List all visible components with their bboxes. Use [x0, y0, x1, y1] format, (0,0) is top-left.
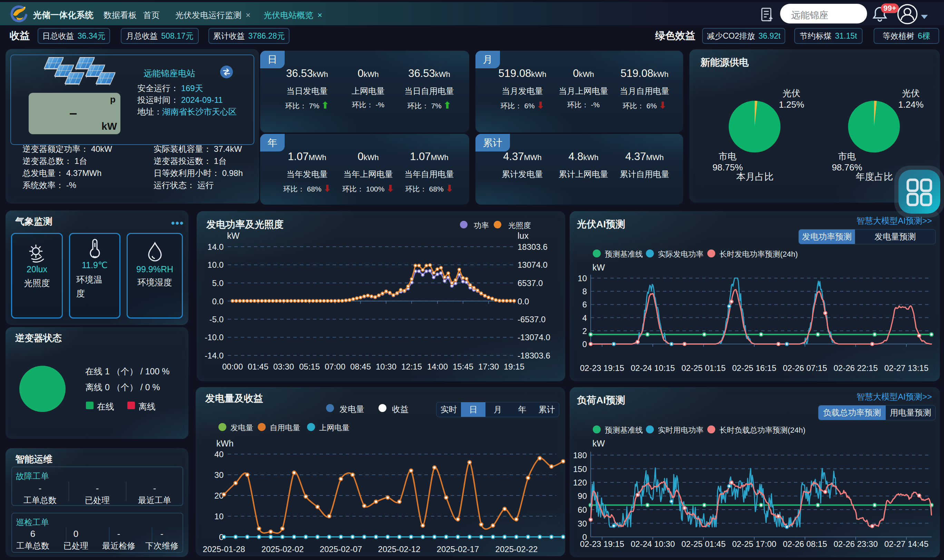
svg-text:4: 4 — [583, 313, 587, 323]
svg-text:150: 150 — [573, 465, 587, 474]
svg-text:10: 10 — [214, 512, 224, 521]
svg-text:180: 180 — [573, 451, 587, 460]
svg-text:17:30: 17:30 — [478, 362, 499, 371]
svg-text:-13074.0: -13074.0 — [518, 332, 550, 342]
svg-text:90: 90 — [578, 491, 587, 501]
svg-text:02-24 10:30: 02-24 10:30 — [631, 539, 675, 549]
svg-text:18303.6: 18303.6 — [518, 242, 547, 252]
svg-text:-5.0: -5.0 — [209, 315, 224, 324]
svg-text:-14.0: -14.0 — [204, 351, 224, 360]
svg-text:02-23 19:15: 02-23 19:15 — [580, 363, 624, 373]
svg-text:12:15: 12:15 — [401, 362, 422, 371]
svg-text:02-25 01:15: 02-25 01:15 — [681, 363, 726, 373]
svg-text:2025-02-07: 2025-02-07 — [320, 545, 362, 554]
svg-text:30: 30 — [578, 519, 587, 528]
svg-text:02-26 07:15: 02-26 07:15 — [783, 363, 827, 373]
svg-text:kW: kW — [592, 438, 605, 448]
svg-text:05:15: 05:15 — [299, 362, 320, 371]
svg-text:02-25 17:00: 02-25 17:00 — [732, 539, 776, 549]
svg-text:2025-02-12: 2025-02-12 — [378, 545, 421, 554]
svg-text:07:00: 07:00 — [325, 362, 345, 371]
svg-text:kWh: kWh — [216, 438, 234, 448]
svg-text:2: 2 — [583, 326, 587, 336]
svg-text:30: 30 — [214, 470, 224, 480]
svg-text:08:45: 08:45 — [350, 362, 371, 371]
svg-text:2025-02-02: 2025-02-02 — [261, 545, 304, 554]
svg-text:10:30: 10:30 — [376, 362, 397, 371]
svg-text:0.0: 0.0 — [212, 297, 224, 306]
svg-text:03:30: 03:30 — [273, 362, 294, 371]
svg-text:14:00: 14:00 — [427, 362, 448, 371]
svg-text:6: 6 — [583, 300, 587, 309]
svg-text:10: 10 — [578, 274, 587, 283]
svg-text:02-24 10:15: 02-24 10:15 — [631, 363, 675, 373]
svg-text:02-25 16:15: 02-25 16:15 — [732, 363, 776, 373]
svg-text:02-27 13:15: 02-27 13:15 — [884, 363, 929, 373]
svg-text:kW: kW — [227, 231, 240, 240]
svg-text:kW: kW — [592, 263, 605, 272]
svg-text:8: 8 — [583, 287, 587, 296]
svg-text:02-26 23:30: 02-26 23:30 — [833, 539, 878, 549]
svg-text:5.0: 5.0 — [212, 278, 224, 288]
svg-text:19:15: 19:15 — [504, 362, 524, 371]
svg-text:02-25 01:45: 02-25 01:45 — [681, 539, 726, 549]
svg-text:02-23 19:15: 02-23 19:15 — [580, 539, 624, 549]
svg-text:120: 120 — [573, 478, 587, 487]
svg-text:15:45: 15:45 — [453, 362, 474, 371]
svg-text:2025-02-17: 2025-02-17 — [437, 545, 479, 554]
svg-text:02-27 14:45: 02-27 14:45 — [884, 539, 929, 549]
svg-text:14.0: 14.0 — [208, 242, 224, 252]
svg-text:02-26 22:15: 02-26 22:15 — [833, 363, 878, 373]
svg-text:60: 60 — [578, 505, 587, 514]
svg-text:-18303.6: -18303.6 — [518, 351, 550, 360]
svg-text:-6537.0: -6537.0 — [518, 315, 546, 324]
svg-text:13074.0: 13074.0 — [518, 260, 547, 269]
svg-text:40: 40 — [214, 449, 224, 459]
svg-text:0: 0 — [583, 340, 587, 349]
svg-text:2025-01-28: 2025-01-28 — [203, 545, 245, 554]
svg-text:2025-02-22: 2025-02-22 — [495, 545, 538, 554]
svg-text:02-26 08:15: 02-26 08:15 — [783, 539, 827, 549]
svg-text:01:45: 01:45 — [248, 362, 268, 371]
svg-text:lux: lux — [518, 231, 529, 240]
svg-text:-10.0: -10.0 — [204, 332, 224, 342]
svg-text:0.0: 0.0 — [518, 297, 529, 306]
svg-text:00:00: 00:00 — [222, 362, 243, 371]
svg-text:10.0: 10.0 — [208, 260, 224, 269]
svg-text:6537.0: 6537.0 — [518, 278, 543, 288]
